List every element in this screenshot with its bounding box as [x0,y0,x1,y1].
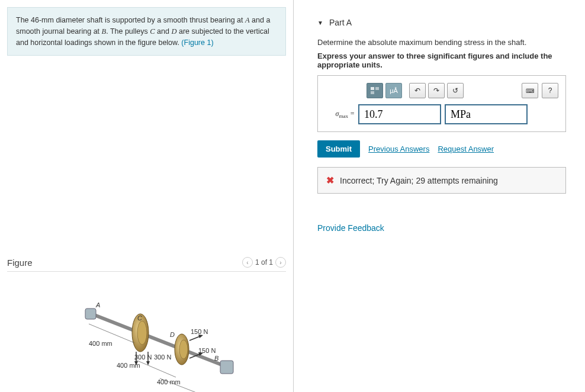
problem-statement: The 46-mm diameter shaft is supported by… [7,7,286,56]
answer-panel: μÅ ↶ ↷ ↺ ⌨ ? σmax = [317,75,566,132]
dim-400-1: 400 mm [89,340,112,347]
submit-button[interactable]: Submit [317,140,360,158]
reset-icon: ↺ [452,86,458,95]
dim-400-3: 400 mm [157,378,181,385]
part-title: Part A [329,18,352,27]
feedback-box: ✖ Incorrect; Try Again; 29 attempts rema… [317,167,566,194]
figure-next-button[interactable]: › [275,257,286,268]
undo-icon: ↶ [414,86,420,95]
svg-point-4 [137,321,147,345]
unit-input[interactable] [445,104,528,124]
figure-prev-button[interactable]: ‹ [242,257,253,268]
svg-rect-20 [371,91,374,94]
units-button[interactable]: μÅ [385,83,402,98]
force-300-2: 300 N [154,354,171,361]
redo-button[interactable]: ↷ [428,83,445,98]
force-150-2: 150 N [198,347,216,354]
undo-button[interactable]: ↶ [409,83,426,98]
figure-counter: 1 of 1 [255,258,273,266]
svg-rect-19 [375,87,379,90]
label-D: D [170,331,175,338]
force-300-1: 300 N [134,354,152,361]
figure-image: A C D B 400 mm 400 mm 400 mm 300 N 300 N… [7,284,286,392]
svg-line-16 [134,359,176,377]
provide-feedback-link[interactable]: Provide Feedback [317,223,573,233]
figure-link[interactable]: (Figure 1) [181,38,213,47]
svg-point-6 [179,340,188,359]
label-B: B [214,355,218,362]
incorrect-icon: ✖ [326,175,334,186]
value-input[interactable] [358,104,441,124]
instruction-secondary: Express your answer to three significant… [317,52,573,69]
request-answer-link[interactable]: Request Answer [438,144,494,153]
label-C: C [137,314,142,322]
keyboard-button[interactable]: ⌨ [522,83,538,98]
label-A: A [96,301,100,309]
feedback-text: Incorrect; Try Again; 29 attempts remain… [340,176,498,185]
previous-answers-link[interactable]: Previous Answers [368,144,429,153]
svg-rect-2 [220,361,233,374]
var-C: C [150,27,155,36]
svg-rect-18 [371,87,374,90]
collapse-icon[interactable]: ▼ [317,20,323,26]
svg-rect-1 [85,309,96,319]
sigma-label: σmax = [325,110,355,119]
reset-button[interactable]: ↺ [447,83,464,98]
problem-text: The 46-mm diameter shaft is supported by… [16,16,245,24]
force-150-1: 150 N [191,328,208,335]
figure-title: Figure [7,258,33,268]
redo-icon: ↷ [433,86,439,95]
var-A: A [245,16,250,24]
instruction-primary: Determine the absolute maximum bending s… [317,38,573,47]
dim-400-2: 400 mm [117,362,140,369]
help-button[interactable]: ? [542,83,558,98]
templates-icon [370,86,380,95]
templates-button[interactable] [367,83,383,98]
keyboard-icon: ⌨ [526,88,534,94]
